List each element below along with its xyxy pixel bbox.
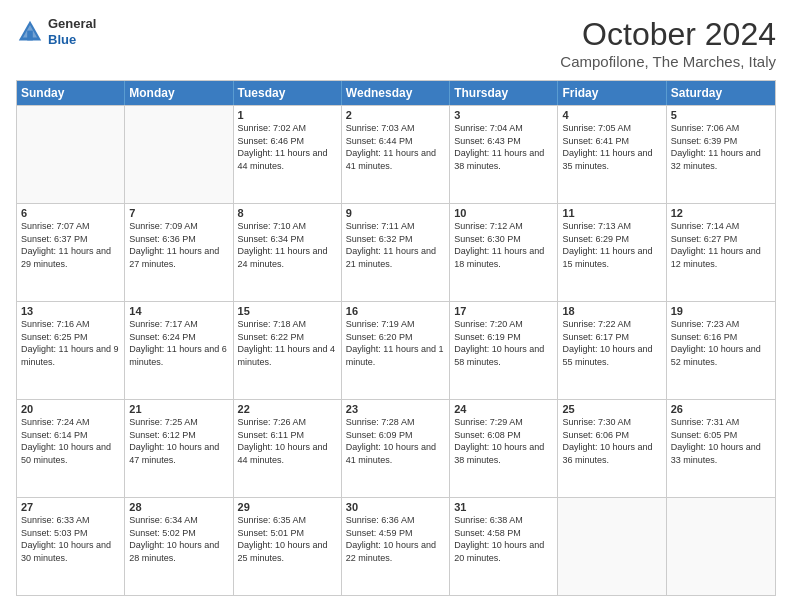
day-cell-19: 19Sunrise: 7:23 AM Sunset: 6:16 PM Dayli… <box>667 302 775 399</box>
day-detail: Sunrise: 6:33 AM Sunset: 5:03 PM Dayligh… <box>21 514 120 564</box>
day-number: 6 <box>21 207 120 219</box>
day-detail: Sunrise: 7:04 AM Sunset: 6:43 PM Dayligh… <box>454 122 553 172</box>
weekday-header-monday: Monday <box>125 81 233 105</box>
day-number: 17 <box>454 305 553 317</box>
day-cell-3: 3Sunrise: 7:04 AM Sunset: 6:43 PM Daylig… <box>450 106 558 203</box>
day-cell-9: 9Sunrise: 7:11 AM Sunset: 6:32 PM Daylig… <box>342 204 450 301</box>
day-cell-31: 31Sunrise: 6:38 AM Sunset: 4:58 PM Dayli… <box>450 498 558 595</box>
day-detail: Sunrise: 7:23 AM Sunset: 6:16 PM Dayligh… <box>671 318 771 368</box>
day-detail: Sunrise: 7:06 AM Sunset: 6:39 PM Dayligh… <box>671 122 771 172</box>
weekday-header-wednesday: Wednesday <box>342 81 450 105</box>
page-header: General Blue October 2024 Campofilone, T… <box>16 16 776 70</box>
day-cell-12: 12Sunrise: 7:14 AM Sunset: 6:27 PM Dayli… <box>667 204 775 301</box>
day-number: 24 <box>454 403 553 415</box>
day-cell-2: 2Sunrise: 7:03 AM Sunset: 6:44 PM Daylig… <box>342 106 450 203</box>
day-number: 8 <box>238 207 337 219</box>
day-cell-11: 11Sunrise: 7:13 AM Sunset: 6:29 PM Dayli… <box>558 204 666 301</box>
day-cell-6: 6Sunrise: 7:07 AM Sunset: 6:37 PM Daylig… <box>17 204 125 301</box>
day-detail: Sunrise: 7:03 AM Sunset: 6:44 PM Dayligh… <box>346 122 445 172</box>
weekday-header-thursday: Thursday <box>450 81 558 105</box>
day-number: 4 <box>562 109 661 121</box>
calendar-week-4: 20Sunrise: 7:24 AM Sunset: 6:14 PM Dayli… <box>17 399 775 497</box>
day-detail: Sunrise: 7:19 AM Sunset: 6:20 PM Dayligh… <box>346 318 445 368</box>
day-cell-22: 22Sunrise: 7:26 AM Sunset: 6:11 PM Dayli… <box>234 400 342 497</box>
day-detail: Sunrise: 7:02 AM Sunset: 6:46 PM Dayligh… <box>238 122 337 172</box>
title-section: October 2024 Campofilone, The Marches, I… <box>560 16 776 70</box>
day-detail: Sunrise: 7:28 AM Sunset: 6:09 PM Dayligh… <box>346 416 445 466</box>
weekday-header-saturday: Saturday <box>667 81 775 105</box>
calendar-week-5: 27Sunrise: 6:33 AM Sunset: 5:03 PM Dayli… <box>17 497 775 595</box>
empty-cell-0-1 <box>125 106 233 203</box>
day-number: 30 <box>346 501 445 513</box>
calendar-week-3: 13Sunrise: 7:16 AM Sunset: 6:25 PM Dayli… <box>17 301 775 399</box>
day-number: 18 <box>562 305 661 317</box>
day-number: 10 <box>454 207 553 219</box>
day-number: 26 <box>671 403 771 415</box>
day-number: 5 <box>671 109 771 121</box>
day-cell-20: 20Sunrise: 7:24 AM Sunset: 6:14 PM Dayli… <box>17 400 125 497</box>
svg-rect-2 <box>27 30 33 40</box>
logo-text: General Blue <box>48 16 96 47</box>
day-number: 3 <box>454 109 553 121</box>
day-detail: Sunrise: 6:36 AM Sunset: 4:59 PM Dayligh… <box>346 514 445 564</box>
day-cell-30: 30Sunrise: 6:36 AM Sunset: 4:59 PM Dayli… <box>342 498 450 595</box>
month-title: October 2024 <box>560 16 776 53</box>
day-number: 28 <box>129 501 228 513</box>
day-cell-21: 21Sunrise: 7:25 AM Sunset: 6:12 PM Dayli… <box>125 400 233 497</box>
day-detail: Sunrise: 7:16 AM Sunset: 6:25 PM Dayligh… <box>21 318 120 368</box>
day-number: 11 <box>562 207 661 219</box>
day-cell-18: 18Sunrise: 7:22 AM Sunset: 6:17 PM Dayli… <box>558 302 666 399</box>
day-cell-1: 1Sunrise: 7:02 AM Sunset: 6:46 PM Daylig… <box>234 106 342 203</box>
weekday-header-sunday: Sunday <box>17 81 125 105</box>
day-detail: Sunrise: 6:38 AM Sunset: 4:58 PM Dayligh… <box>454 514 553 564</box>
day-detail: Sunrise: 6:34 AM Sunset: 5:02 PM Dayligh… <box>129 514 228 564</box>
calendar-body: 1Sunrise: 7:02 AM Sunset: 6:46 PM Daylig… <box>17 105 775 595</box>
day-cell-23: 23Sunrise: 7:28 AM Sunset: 6:09 PM Dayli… <box>342 400 450 497</box>
day-detail: Sunrise: 7:09 AM Sunset: 6:36 PM Dayligh… <box>129 220 228 270</box>
day-number: 13 <box>21 305 120 317</box>
day-number: 2 <box>346 109 445 121</box>
day-cell-7: 7Sunrise: 7:09 AM Sunset: 6:36 PM Daylig… <box>125 204 233 301</box>
calendar-week-1: 1Sunrise: 7:02 AM Sunset: 6:46 PM Daylig… <box>17 105 775 203</box>
day-cell-15: 15Sunrise: 7:18 AM Sunset: 6:22 PM Dayli… <box>234 302 342 399</box>
calendar-page: General Blue October 2024 Campofilone, T… <box>0 0 792 612</box>
day-detail: Sunrise: 7:25 AM Sunset: 6:12 PM Dayligh… <box>129 416 228 466</box>
day-cell-26: 26Sunrise: 7:31 AM Sunset: 6:05 PM Dayli… <box>667 400 775 497</box>
logo-icon <box>16 18 44 46</box>
day-cell-17: 17Sunrise: 7:20 AM Sunset: 6:19 PM Dayli… <box>450 302 558 399</box>
day-detail: Sunrise: 7:11 AM Sunset: 6:32 PM Dayligh… <box>346 220 445 270</box>
day-cell-14: 14Sunrise: 7:17 AM Sunset: 6:24 PM Dayli… <box>125 302 233 399</box>
day-detail: Sunrise: 7:07 AM Sunset: 6:37 PM Dayligh… <box>21 220 120 270</box>
location: Campofilone, The Marches, Italy <box>560 53 776 70</box>
day-detail: Sunrise: 7:31 AM Sunset: 6:05 PM Dayligh… <box>671 416 771 466</box>
day-number: 1 <box>238 109 337 121</box>
day-detail: Sunrise: 7:20 AM Sunset: 6:19 PM Dayligh… <box>454 318 553 368</box>
day-cell-4: 4Sunrise: 7:05 AM Sunset: 6:41 PM Daylig… <box>558 106 666 203</box>
day-detail: Sunrise: 7:12 AM Sunset: 6:30 PM Dayligh… <box>454 220 553 270</box>
day-detail: Sunrise: 7:26 AM Sunset: 6:11 PM Dayligh… <box>238 416 337 466</box>
day-cell-24: 24Sunrise: 7:29 AM Sunset: 6:08 PM Dayli… <box>450 400 558 497</box>
day-number: 16 <box>346 305 445 317</box>
day-detail: Sunrise: 7:14 AM Sunset: 6:27 PM Dayligh… <box>671 220 771 270</box>
day-detail: Sunrise: 7:18 AM Sunset: 6:22 PM Dayligh… <box>238 318 337 368</box>
calendar: SundayMondayTuesdayWednesdayThursdayFrid… <box>16 80 776 596</box>
calendar-week-2: 6Sunrise: 7:07 AM Sunset: 6:37 PM Daylig… <box>17 203 775 301</box>
day-cell-29: 29Sunrise: 6:35 AM Sunset: 5:01 PM Dayli… <box>234 498 342 595</box>
day-cell-8: 8Sunrise: 7:10 AM Sunset: 6:34 PM Daylig… <box>234 204 342 301</box>
day-number: 25 <box>562 403 661 415</box>
day-cell-16: 16Sunrise: 7:19 AM Sunset: 6:20 PM Dayli… <box>342 302 450 399</box>
day-cell-10: 10Sunrise: 7:12 AM Sunset: 6:30 PM Dayli… <box>450 204 558 301</box>
day-number: 19 <box>671 305 771 317</box>
day-cell-13: 13Sunrise: 7:16 AM Sunset: 6:25 PM Dayli… <box>17 302 125 399</box>
weekday-header-tuesday: Tuesday <box>234 81 342 105</box>
day-detail: Sunrise: 7:17 AM Sunset: 6:24 PM Dayligh… <box>129 318 228 368</box>
day-number: 27 <box>21 501 120 513</box>
calendar-header: SundayMondayTuesdayWednesdayThursdayFrid… <box>17 81 775 105</box>
logo-general: General <box>48 16 96 31</box>
day-number: 23 <box>346 403 445 415</box>
day-cell-27: 27Sunrise: 6:33 AM Sunset: 5:03 PM Dayli… <box>17 498 125 595</box>
day-cell-25: 25Sunrise: 7:30 AM Sunset: 6:06 PM Dayli… <box>558 400 666 497</box>
day-number: 12 <box>671 207 771 219</box>
day-detail: Sunrise: 7:30 AM Sunset: 6:06 PM Dayligh… <box>562 416 661 466</box>
day-number: 29 <box>238 501 337 513</box>
